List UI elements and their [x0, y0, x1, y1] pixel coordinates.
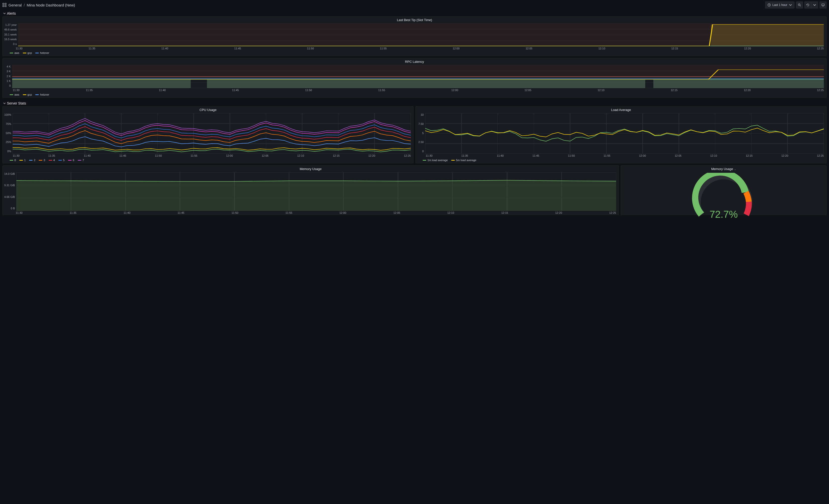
panel-memory-gauge[interactable]: Memory Usage⌄ 72.7% [621, 165, 827, 215]
plot-area[interactable] [16, 172, 616, 211]
toolbar: Last 1 hour [765, 1, 827, 8]
chevron-down-icon [3, 12, 6, 15]
legend-item[interactable]: 3 [39, 159, 45, 162]
gauge: 72.7% [691, 173, 756, 223]
section-alerts-label: Alerts [7, 11, 16, 15]
svg-rect-25 [653, 79, 824, 88]
time-range-label: Last 1 hour [772, 3, 787, 7]
clock-icon [767, 3, 771, 7]
monitor-icon [821, 3, 825, 7]
x-axis: 11:3011:3511:4011:4511:5011:5512:0012:05… [3, 154, 413, 158]
legend: 1m load average5m load average [416, 158, 826, 163]
apps-icon[interactable] [2, 3, 6, 7]
legend-item[interactable]: 5 [59, 159, 65, 162]
page-header: General / Mina Node Dashboard (New) Last… [0, 0, 829, 10]
y-axis: 1.27 year 49.6 week 33.1 week 16.5 week … [3, 22, 17, 46]
panel-title: RPC Latency [3, 59, 826, 64]
svg-rect-3 [5, 5, 6, 7]
refresh-button[interactable] [804, 1, 812, 8]
legend-item[interactable]: hetzner [35, 93, 49, 96]
panel-title: Memory Usage [3, 166, 618, 171]
breadcrumb-separator: / [24, 3, 25, 7]
legend-item[interactable]: aws [10, 93, 20, 96]
section-server-stats-header[interactable]: Server Stats [0, 100, 829, 106]
panel-last-best-tip[interactable]: Last Best Tip (Slot Time) 1.27 year 49.6… [2, 16, 827, 56]
y-axis: 4 K 3 K 2 K 1 K 0 [3, 64, 12, 88]
panel-memory-usage[interactable]: Memory Usage 14.0 GiB 9.31 GiB 4.66 GiB … [2, 165, 619, 215]
refresh-button-group [804, 1, 818, 8]
chevron-down-icon [3, 102, 6, 105]
refresh-icon [806, 3, 809, 7]
svg-rect-23 [12, 79, 191, 88]
chevron-down-icon: ⌄ [734, 168, 736, 170]
x-axis: 11:3011:3511:4011:4511:5011:5512:0012:05… [416, 154, 826, 158]
legend-item[interactable]: 7 [78, 159, 84, 162]
x-axis: 11:3011:3511:4011:4511:5011:5512:0012:05… [3, 88, 826, 92]
svg-rect-0 [3, 3, 4, 4]
refresh-interval-picker[interactable] [812, 1, 818, 8]
legend-item[interactable]: gcp [23, 93, 32, 96]
legend-item[interactable]: 5m load average [451, 159, 476, 162]
gauge-value: 72.7% [691, 209, 756, 220]
svg-rect-8 [822, 4, 825, 6]
svg-rect-22 [12, 65, 824, 77]
panel-cpu-usage[interactable]: CPU Usage 100% 75% 50% 25% 0% 11:3011:35… [2, 106, 413, 163]
legend-item[interactable]: 2 [29, 159, 35, 162]
x-axis: 11:3011:3511:4011:4511:5011:5512:0012:05… [3, 46, 826, 50]
y-axis: 10 7.50 5 2.50 0 [416, 112, 425, 154]
plot-area[interactable] [18, 23, 824, 46]
legend-item[interactable]: aws [10, 51, 20, 54]
legend-item[interactable]: 1 [20, 159, 26, 162]
svg-rect-24 [207, 79, 645, 88]
panel-load-average[interactable]: Load Average 10 7.50 5 2.50 0 11:3011:35… [416, 106, 827, 163]
breadcrumb-root[interactable]: General [8, 3, 22, 7]
svg-rect-15 [18, 23, 824, 46]
section-alerts-header[interactable]: Alerts [0, 10, 829, 16]
x-axis: 11:3011:3511:4011:4511:5011:5512:0012:05… [3, 211, 618, 215]
section-server-stats-label: Server Stats [7, 101, 26, 105]
zoom-out-icon [798, 3, 801, 7]
legend: aws gcp hetzner [3, 92, 826, 98]
time-range-picker[interactable]: Last 1 hour [765, 1, 794, 8]
svg-rect-16 [711, 25, 824, 46]
breadcrumb: General / Mina Node Dashboard (New) [2, 3, 75, 7]
svg-line-6 [800, 5, 801, 6]
legend-item[interactable]: 6 [68, 159, 74, 162]
panel-title: Last Best Tip (Slot Time) [3, 16, 826, 22]
plot-area[interactable] [425, 113, 824, 154]
panel-title: Load Average [416, 107, 826, 112]
breadcrumb-page[interactable]: Mina Node Dashboard (New) [27, 3, 75, 7]
panel-title: CPU Usage [3, 107, 413, 112]
zoom-out-button[interactable] [796, 1, 803, 8]
legend-item[interactable]: hetzner [35, 51, 49, 54]
svg-rect-1 [5, 3, 6, 4]
legend: 01234567 [3, 158, 413, 163]
panel-title[interactable]: Memory Usage⌄ [621, 166, 826, 171]
chevron-down-icon [813, 3, 816, 7]
plot-area[interactable] [13, 113, 411, 154]
tv-mode-button[interactable] [820, 1, 827, 8]
chevron-down-icon [789, 3, 792, 7]
plot-area[interactable] [12, 65, 824, 88]
legend-item[interactable]: 0 [10, 159, 16, 162]
y-axis: 14.0 GiB 9.31 GiB 4.66 GiB 0 B [3, 171, 16, 211]
y-axis: 100% 75% 50% 25% 0% [3, 112, 12, 154]
legend-item[interactable]: gcp [23, 51, 32, 54]
legend-item[interactable]: 1m load average [423, 159, 448, 162]
legend-item[interactable]: 4 [49, 159, 55, 162]
panel-rpc-latency[interactable]: RPC Latency 4 K 3 K 2 K 1 K 0 [2, 58, 827, 98]
svg-rect-2 [3, 5, 4, 7]
legend: aws gcp hetzner [3, 50, 826, 56]
